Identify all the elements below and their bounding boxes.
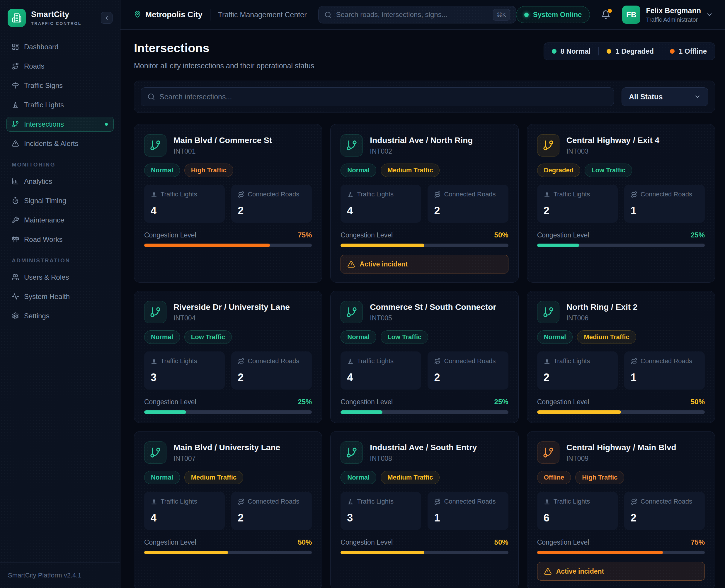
intersection-card-int001[interactable]: Main Blvd / Commerce StINT001NormalHigh … <box>134 124 322 282</box>
sidebar-item-maintenance[interactable]: Maintenance <box>6 212 114 228</box>
sidebar-item-users-roles[interactable]: Users & Roles <box>6 270 114 285</box>
stat-value: 2 <box>238 371 305 384</box>
traffic-lights-stat: Traffic Lights4 <box>144 492 225 530</box>
congestion-row: Congestion Level25% <box>341 398 508 406</box>
card-stats: Traffic Lights2Connected Roads1 <box>537 352 705 390</box>
global-search-input[interactable] <box>336 10 489 19</box>
congestion-bar-fill <box>341 411 382 414</box>
congestion-percent: 75% <box>691 538 705 546</box>
congestion-label: Congestion Level <box>537 539 589 546</box>
card-stats: Traffic Lights6Connected Roads2 <box>537 492 705 530</box>
congestion-percent: 50% <box>494 231 508 239</box>
card-badges: NormalMedium Traffic <box>537 330 705 344</box>
connected-roads-stat: Connected Roads2 <box>231 185 312 223</box>
sidebar-item-analytics[interactable]: Analytics <box>6 174 114 189</box>
congestion-bar-fill <box>144 411 186 414</box>
intersection-card-int009[interactable]: Central Highway / Main BlvdINT009Offline… <box>527 431 715 588</box>
congestion-row: Congestion Level50% <box>537 398 705 406</box>
intersection-name: Industrial Ave / South Entry <box>370 443 477 452</box>
status-badge: Normal <box>537 330 573 344</box>
global-search[interactable]: ⌘K <box>318 6 516 23</box>
status-filter-value: All Status <box>629 92 663 101</box>
sidebar-item-road-works[interactable]: Road Works <box>6 232 114 247</box>
sidebar-item-traffic-signs[interactable]: Traffic Signs <box>6 78 114 93</box>
sidebar-collapse-button[interactable] <box>101 12 112 24</box>
intersection-card-int006[interactable]: North Ring / Exit 2INT006NormalMedium Tr… <box>527 291 715 423</box>
timer-icon <box>12 197 19 204</box>
intersection-id: INT007 <box>173 455 280 463</box>
route-icon <box>631 358 637 365</box>
legend-label: 8 Normal <box>561 47 591 56</box>
sidebar-item-signal-timing[interactable]: Signal Timing <box>6 193 114 208</box>
users-icon <box>12 273 19 281</box>
intersection-card-int008[interactable]: Industrial Ave / South EntryINT008Normal… <box>330 431 518 588</box>
congestion-bar-fill <box>537 551 663 554</box>
traffic-badge: Low Traffic <box>584 164 632 177</box>
cone-icon <box>12 101 19 108</box>
card-header: Commerce St / South ConnectorINT005 <box>341 301 508 323</box>
stat-label-row: Traffic Lights <box>151 498 218 505</box>
sidebar-item-traffic-lights[interactable]: Traffic Lights <box>6 97 114 112</box>
intersection-card-int004[interactable]: Riverside Dr / University LaneINT004Norm… <box>134 291 322 423</box>
sidebar-item-roads[interactable]: Roads <box>6 59 114 74</box>
status-filter-select[interactable]: All Status <box>622 87 708 106</box>
intersection-search-input[interactable] <box>159 92 607 101</box>
sidebar-item-incidents-alerts[interactable]: Incidents & Alerts <box>6 136 114 151</box>
card-title-block: Main Blvd / University LaneINT007 <box>173 443 280 463</box>
intersection-card-int003[interactable]: Central Highway / Exit 4INT003DegradedLo… <box>527 124 715 282</box>
avatar[interactable]: FB <box>622 5 640 24</box>
sidebar-item-label: Traffic Lights <box>24 101 64 109</box>
git-branch-icon <box>144 301 167 323</box>
active-incident-banner: Active incident <box>341 255 508 273</box>
online-status-dot <box>524 13 529 17</box>
chevron-left-icon <box>104 15 110 21</box>
cone-icon <box>151 191 157 198</box>
sidebar-header: SmartCity TRAFFIC CONTROL <box>0 0 120 35</box>
sidebar-item-system-health[interactable]: System Health <box>6 289 114 304</box>
traffic-badge: Medium Traffic <box>577 330 636 344</box>
congestion-percent: 25% <box>691 231 705 239</box>
traffic-badge: Medium Traffic <box>381 164 440 177</box>
notifications-button[interactable] <box>601 10 611 19</box>
git-branch-icon <box>144 441 167 464</box>
map-pin-icon <box>134 10 141 19</box>
intersection-search[interactable] <box>141 87 614 106</box>
card-badges: OfflineHigh Traffic <box>537 471 705 484</box>
card-badges: NormalMedium Traffic <box>144 471 312 484</box>
sidebar-item-settings[interactable]: Settings <box>6 308 114 323</box>
congestion-percent: 50% <box>298 538 312 546</box>
cone-icon <box>543 498 550 505</box>
congestion-bar-fill <box>341 551 424 554</box>
page-head: Intersections Monitor all city intersect… <box>134 41 715 70</box>
traffic-badge: High Traffic <box>575 471 624 484</box>
intersection-id: INT008 <box>370 455 477 463</box>
sidebar-item-label: Intersections <box>24 120 64 128</box>
card-title-block: Main Blvd / Commerce StINT001 <box>173 136 272 155</box>
traffic-badge: High Traffic <box>184 164 233 177</box>
legend-label: 1 Degraded <box>615 47 654 56</box>
intersection-card-int007[interactable]: Main Blvd / University LaneINT007NormalM… <box>134 431 322 588</box>
git-branch-icon <box>537 441 559 464</box>
traffic-lights-stat: Traffic Lights2 <box>537 352 618 390</box>
active-indicator-dot <box>105 123 108 126</box>
sidebar-item-dashboard[interactable]: Dashboard <box>6 39 114 54</box>
stat-label-row: Traffic Lights <box>347 498 415 505</box>
stat-label-row: Traffic Lights <box>347 357 415 365</box>
stat-label: Connected Roads <box>641 357 692 365</box>
chevron-down-icon[interactable] <box>706 11 713 19</box>
intersection-card-int005[interactable]: Commerce St / South ConnectorINT005Norma… <box>330 291 518 423</box>
congestion-bar <box>537 411 705 414</box>
user-block[interactable]: Felix Bergmann Traffic Administrator <box>646 6 701 23</box>
congestion-label: Congestion Level <box>537 398 589 406</box>
intersection-name: Central Highway / Exit 4 <box>567 136 659 145</box>
intersection-card-int002[interactable]: Industrial Ave / North RingINT002NormalM… <box>330 124 518 282</box>
stat-label: Traffic Lights <box>554 191 590 198</box>
stat-value: 1 <box>631 371 698 384</box>
chevron-down-icon <box>694 93 701 100</box>
sidebar-item-intersections[interactable]: Intersections <box>6 117 114 132</box>
intersection-name: Riverside Dr / University Lane <box>173 302 290 312</box>
stat-label: Traffic Lights <box>357 498 393 505</box>
card-stats: Traffic Lights4Connected Roads2 <box>341 185 508 223</box>
stat-value: 4 <box>347 371 415 384</box>
stat-label-row: Traffic Lights <box>543 357 611 365</box>
